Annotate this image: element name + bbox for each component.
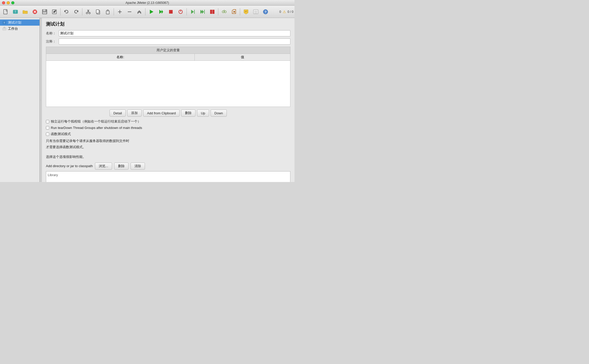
svg-rect-39 — [224, 10, 224, 11]
svg-marker-32 — [202, 10, 204, 14]
vars-table: 名称: 值 — [46, 54, 290, 61]
new-button[interactable] — [1, 7, 10, 16]
cut-button[interactable] — [84, 7, 93, 16]
svg-rect-53 — [3, 28, 6, 30]
svg-rect-8 — [43, 12, 46, 14]
comment-input[interactable] — [59, 38, 290, 45]
info-text-3: 选择这个选项很影响性能。 — [46, 154, 290, 159]
info-text-1: 只有当你需要记录每个请求从服务器取得的数据到文件时 — [46, 138, 290, 144]
test-plan-icon: T — [2, 20, 7, 25]
checkbox3[interactable] — [46, 133, 49, 136]
template-button[interactable]: T — [11, 7, 20, 16]
vars-col-value: 值 — [195, 54, 290, 61]
add-from-clipboard-button[interactable]: Add from Clipboard — [143, 109, 180, 117]
name-label: 名称： — [46, 31, 59, 36]
toolbar: T — [0, 6, 294, 18]
copy-button[interactable] — [93, 7, 103, 16]
clear-classpath-button[interactable]: 清除 — [131, 163, 145, 170]
redo-button[interactable] — [72, 7, 81, 16]
stop-button[interactable] — [166, 7, 175, 16]
sidebar-item-workbench[interactable]: 工作台 — [0, 26, 40, 32]
svg-text:T: T — [4, 22, 5, 24]
svg-text:?: ? — [264, 10, 267, 14]
library-box: Library — [46, 171, 290, 182]
down-button[interactable]: Down — [211, 109, 227, 117]
separator-4 — [145, 8, 145, 15]
label-button[interactable]: 🏷 — [241, 7, 251, 16]
maximize-window-button[interactable] — [11, 1, 14, 4]
vars-col-name: 名称: — [46, 54, 195, 61]
svg-point-15 — [89, 12, 90, 14]
add-toolbar-button[interactable] — [115, 7, 124, 16]
comment-label: 注释： — [46, 39, 59, 44]
checkbox1[interactable] — [46, 120, 49, 123]
shutdown-button[interactable] — [176, 7, 185, 16]
sidebar: T 测试计划 工作台 — [0, 18, 40, 182]
undo-button[interactable] — [62, 7, 71, 16]
paste-button[interactable] — [103, 7, 112, 16]
svg-marker-23 — [150, 10, 153, 14]
panel-title: 测试计划 — [46, 21, 290, 27]
svg-rect-26 — [169, 10, 173, 14]
toolbar-right: 0 ⚠ 0 / 0 — [279, 10, 293, 14]
separator-7 — [240, 8, 240, 15]
clear-button[interactable] — [229, 7, 239, 16]
add-var-button[interactable]: 添加 — [127, 109, 142, 117]
help-button[interactable]: ? — [261, 7, 270, 16]
var-buttons-row: Detail 添加 Add from Clipboard 删除 Up Down — [46, 109, 290, 117]
svg-marker-29 — [191, 10, 194, 14]
remote-start-button[interactable] — [188, 7, 197, 16]
window-controls — [2, 1, 14, 4]
warning-icon: ⚠ — [283, 10, 286, 14]
window-title: Apache JMeter (2.13 r1665067) — [125, 1, 169, 5]
expand-button[interactable] — [135, 7, 144, 16]
checkbox2[interactable] — [46, 126, 49, 129]
browse-button[interactable]: 浏览... — [95, 163, 112, 170]
name-row: 名称： — [46, 30, 290, 36]
library-label: Library — [48, 173, 58, 177]
run-button[interactable] — [147, 7, 156, 16]
classpath-row: Add directory or jar to classpath 浏览... … — [46, 163, 290, 170]
checkbox1-label: 独立运行每个线程组（例如在一个组运行结束后启动下一个） — [51, 119, 141, 124]
comment-row: 注释： — [46, 38, 290, 45]
separator-5 — [186, 8, 187, 15]
separator-1 — [60, 8, 61, 15]
checkbox3-label: 函数测试模式 — [51, 132, 71, 136]
remove-toolbar-button[interactable] — [125, 7, 134, 16]
svg-rect-54 — [4, 27, 5, 28]
save-as-button[interactable] — [50, 7, 59, 16]
minimize-window-button[interactable] — [7, 1, 10, 4]
svg-text:T: T — [15, 11, 16, 13]
up-button[interactable]: Up — [197, 109, 209, 117]
splitter[interactable]: · — [40, 18, 42, 182]
svg-rect-17 — [96, 10, 99, 13]
vars-title: 用户定义的变量 — [46, 47, 290, 54]
save-button[interactable] — [40, 7, 49, 16]
list-button[interactable] — [251, 7, 260, 16]
svg-rect-18 — [106, 11, 109, 14]
separator-6 — [218, 8, 218, 15]
content-area: 测试计划 名称： 注释： 用户定义的变量 名称: 值 — [42, 18, 294, 182]
title-bar: Apache JMeter (2.13 r1665067) — [0, 0, 294, 6]
vars-section: 用户定义的变量 名称: 值 — [46, 47, 290, 107]
detail-button[interactable]: Detail — [110, 109, 126, 117]
close-button[interactable] — [30, 7, 40, 16]
open-button[interactable] — [21, 7, 30, 16]
sidebar-item-label-workbench: 工作台 — [8, 26, 18, 31]
search-button[interactable] — [220, 7, 229, 16]
svg-marker-25 — [162, 10, 163, 14]
svg-rect-0 — [4, 9, 7, 14]
name-input[interactable] — [59, 30, 290, 36]
vars-table-body — [46, 61, 290, 107]
run-no-pauses-button[interactable] — [156, 7, 166, 16]
remote-start-all-button[interactable] — [198, 7, 207, 16]
sidebar-item-label-test-plan: 测试计划 — [8, 20, 21, 25]
svg-rect-35 — [212, 10, 214, 14]
svg-point-14 — [86, 12, 88, 14]
delete-classpath-button[interactable]: 删除 — [114, 163, 129, 170]
svg-text:🏷: 🏷 — [245, 11, 247, 13]
sidebar-item-test-plan[interactable]: T 测试计划 — [0, 19, 40, 26]
close-window-button[interactable] — [2, 1, 5, 4]
remote-stop-all-button[interactable] — [208, 7, 217, 16]
delete-var-button[interactable]: 删除 — [181, 109, 195, 117]
